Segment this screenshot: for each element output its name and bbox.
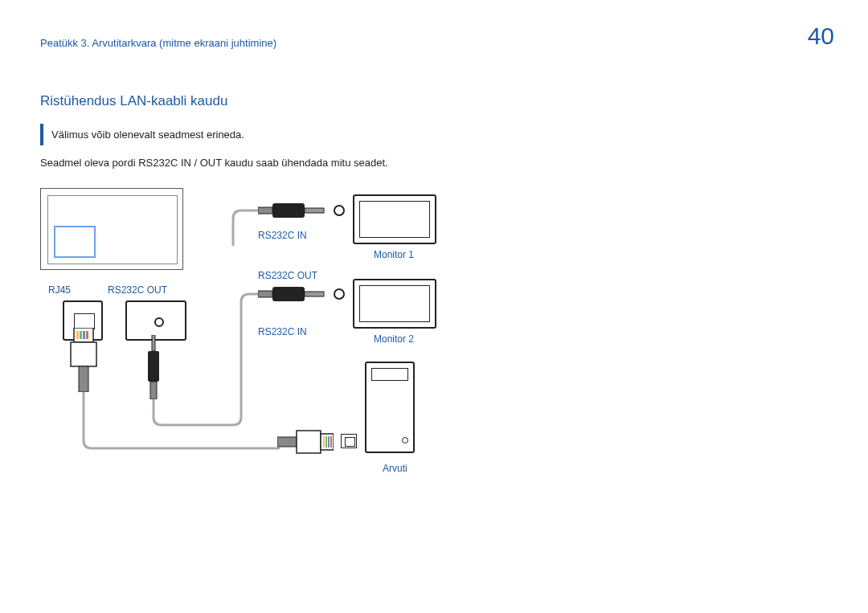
rs232c-in-bottom-label: RS232C IN xyxy=(258,326,307,337)
svg-rect-19 xyxy=(323,436,325,447)
rj45-label: RJ45 xyxy=(48,284,71,296)
jack-connector-1-icon xyxy=(258,201,327,220)
ethernet-socket-icon xyxy=(341,434,357,448)
ethernet-plug-icon xyxy=(69,328,98,392)
svg-rect-17 xyxy=(297,431,321,453)
monitor2-label: Monitor 2 xyxy=(374,333,414,345)
page-number: 40 xyxy=(808,22,834,50)
svg-rect-20 xyxy=(326,436,327,447)
svg-rect-15 xyxy=(305,292,324,296)
connection-diagram: RJ45 RS232C OUT RS232C IN RS232C OUT RS2… xyxy=(40,188,490,501)
rs232c-in-top-label: RS232C IN xyxy=(258,230,307,241)
page-header: Peatükk 3. Arvutitarkvara (mitme ekraani… xyxy=(0,0,868,50)
svg-rect-8 xyxy=(148,351,159,382)
svg-rect-1 xyxy=(71,342,96,366)
rs232c-out-left-label: RS232C OUT xyxy=(108,284,167,296)
monitor-2-icon xyxy=(353,279,436,329)
arvuti-label: Arvuti xyxy=(383,463,407,474)
breadcrumb: Peatükk 3. Arvutitarkvara (mitme ekraani… xyxy=(40,22,276,49)
main-content: Ristühendus LAN-kaabli kaudu Välimus või… xyxy=(0,93,868,501)
body-text: Seadmel oleva pordi RS232C IN / OUT kaud… xyxy=(40,157,828,169)
rs232c-out-mid-label: RS232C OUT xyxy=(258,270,317,281)
svg-rect-4 xyxy=(83,331,85,339)
svg-rect-14 xyxy=(272,287,305,301)
svg-rect-7 xyxy=(152,335,155,351)
jack-socket-1-icon xyxy=(334,205,345,216)
section-title: Ristühendus LAN-kaabli kaudu xyxy=(40,93,828,109)
device-rear-panel xyxy=(40,188,183,270)
svg-rect-2 xyxy=(76,331,79,339)
computer-tower-icon xyxy=(365,362,415,453)
jack-connector-2-icon xyxy=(258,284,327,304)
svg-rect-6 xyxy=(79,366,88,392)
info-callout: Välimus võib olenevalt seadmest erineda. xyxy=(40,124,442,145)
svg-rect-12 xyxy=(305,208,324,213)
monitor1-label: Monitor 1 xyxy=(374,249,414,260)
svg-rect-5 xyxy=(86,331,88,339)
svg-rect-9 xyxy=(150,382,157,399)
port-highlight xyxy=(54,226,96,258)
svg-rect-21 xyxy=(328,436,330,447)
monitor-1-icon xyxy=(353,194,436,244)
svg-rect-10 xyxy=(258,207,272,214)
jack-socket-2-icon xyxy=(334,288,345,300)
svg-rect-11 xyxy=(272,203,305,218)
svg-rect-13 xyxy=(258,291,272,297)
ethernet-plug-h-icon xyxy=(277,429,334,455)
svg-rect-3 xyxy=(80,331,82,339)
svg-rect-16 xyxy=(277,437,297,447)
svg-rect-22 xyxy=(330,436,332,447)
audio-plug-icon xyxy=(145,335,162,399)
